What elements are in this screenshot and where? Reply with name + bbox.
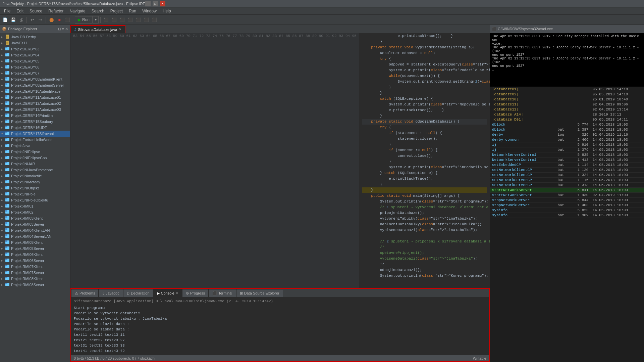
toolbar-btn-g[interactable]: ⬛	[151, 16, 158, 24]
tree-item[interactable]: ▸ProjektRMI08Server	[0, 282, 70, 288]
menu-refactor[interactable]: Refactor	[46, 8, 66, 14]
tree-item[interactable]: ▸ProjektRMI05Klient	[0, 239, 70, 245]
file-table-row[interactable]: NetworkServerControl 5 835 14.05.2018 18…	[490, 152, 644, 157]
file-table-row[interactable]: NetworkServerControl bat 1 413 14.05.201…	[490, 157, 644, 163]
tree-item[interactable]: ▸ProjektDERBY15Soubory	[0, 119, 70, 125]
file-table-row[interactable]: startNetworkServer 5 841 14.05.2018 18:0…	[490, 188, 644, 193]
bottom-tab-console[interactable]: ▶ Console ✕	[153, 289, 182, 297]
tree-item[interactable]: ▸ProjektRMI08Klient	[0, 276, 70, 282]
tree-item[interactable]: ▸ProjektRMI03Server	[0, 221, 70, 227]
tree-item[interactable]: ▸ProjektDERBY08EmbendKlient	[0, 76, 70, 82]
tree-item[interactable]: ▸ProjektDERBY05	[0, 58, 70, 64]
tree-item[interactable]: ▸ProjektJNIEclipse	[0, 149, 70, 155]
menu-project[interactable]: Project	[108, 8, 125, 14]
tree-item[interactable]: ▸ProjektRMI07Server	[0, 270, 70, 276]
file-table-row[interactable]: [databaze11] 02.04.2019 09:06	[490, 102, 644, 107]
tree-item[interactable]: ▸ProjektJNIMetody	[0, 179, 70, 185]
pkg-collapse-btn[interactable]: ⊟	[58, 27, 61, 31]
tree-item[interactable]: ▸ProjektRMI06Server	[0, 258, 70, 264]
maximize-button[interactable]: □	[153, 1, 158, 6]
menu-help[interactable]: Help	[160, 8, 174, 14]
bottom-tab-terminal[interactable]: ⬛ Terminal	[209, 289, 236, 297]
tree-item[interactable]: ▸ProjektJNIObjekt	[0, 185, 70, 191]
tree-item[interactable]: ▸ProjektJNIEclipseCpp	[0, 155, 70, 161]
menu-window[interactable]: Window	[140, 8, 159, 14]
tree-item[interactable]: ▸ProjektDERBY03	[0, 46, 70, 52]
run-button[interactable]: ▶ Run	[75, 16, 93, 24]
minimize-button[interactable]: —	[145, 1, 151, 6]
toolbar-btn-f[interactable]: ⬛	[143, 16, 150, 24]
new-button[interactable]: 📄	[1, 16, 9, 24]
menu-file[interactable]: File	[1, 8, 13, 14]
print-button[interactable]: 🖨	[17, 16, 25, 24]
bottom-tab-progress[interactable]: ⊙ Progress	[182, 289, 209, 297]
code-content[interactable]: e.printStackTrace(); } } private static …	[360, 33, 490, 288]
tree-item[interactable]: ▸ProjektRMI07Klient	[0, 264, 70, 270]
toolbar-btn-e[interactable]: ⬛	[135, 16, 142, 24]
step-over-button[interactable]: ⬛	[64, 16, 71, 24]
file-table-row[interactable]: ij 5 910 14.05.2018 18:03	[490, 142, 644, 147]
save-button[interactable]: 💾	[9, 16, 17, 24]
tree-item[interactable]: ▸ProjektDERBY08EmbendServer	[0, 82, 70, 88]
tree-item[interactable]: ▸ProjektRMI05Server	[0, 245, 70, 252]
file-table-row[interactable]: derby log 329 02.04.2019 11:16	[490, 132, 644, 137]
tree-item[interactable]: ▸ProjektDERBY12Autorizace02	[0, 100, 70, 106]
file-table-row[interactable]: ij bat 1 379 14.05.2018 18:03	[490, 147, 644, 152]
tree-item[interactable]: ▸ProjektDERBY11Autorizace01	[0, 94, 70, 100]
tree-item[interactable]: ▾ProjektDERBY17Sifrovani	[0, 131, 70, 137]
tree-item[interactable]: ▸ProjektJNIJavaPromenne	[0, 167, 70, 173]
tree-item[interactable]: ▸ProjektJNIJAR	[0, 161, 70, 167]
file-table-row[interactable]: [databaze12] 02.04.2019 13:14	[490, 107, 644, 112]
menu-run[interactable]: Run	[126, 8, 139, 14]
file-table-row[interactable]: dblock bat 1 387 14.05.2018 18:03	[490, 127, 644, 132]
redo-button[interactable]: ↪	[37, 16, 44, 24]
close-button[interactable]: ✕	[160, 1, 165, 6]
file-table-row[interactable]: sysinfo 5 823 14.05.2018 18:03	[490, 208, 644, 213]
toolbar-btn-c[interactable]: ⬛	[118, 16, 126, 24]
tree-item[interactable]: ▸ProjektDERBY04	[0, 52, 70, 58]
editor-tab-main[interactable]: J SifrovanaDatabaze.java ✕	[70, 25, 125, 33]
toolbar-btn-d[interactable]: ⬛	[126, 16, 134, 24]
pkg-close-btn[interactable]: ✕	[65, 27, 68, 31]
file-table-row[interactable]: [databaze10] 25.01.2019 10:40	[490, 97, 644, 102]
toolbar-btn-a[interactable]: ⬛	[102, 16, 110, 24]
tree-item[interactable]: ▸ProjektDERBY13Autorizace03	[0, 106, 70, 112]
tree-item[interactable]: ▸JavaFX11	[0, 40, 70, 46]
tree-item[interactable]: ▸ProjektJNIPoleObjektu	[0, 197, 70, 203]
file-table-row[interactable]: [databaze01] 05.05.2018 14:10	[490, 87, 644, 92]
file-table-row[interactable]: stopNetworkServer 5 844 14.05.2018 18:03	[490, 198, 644, 203]
editor-tab-close[interactable]: ✕	[119, 28, 121, 31]
file-table-row[interactable]: setEmbeddedCP bat 1 114 14.05.2018 18:03	[490, 163, 644, 168]
file-table-row[interactable]: dblock 5 774 14.05.2018 18:03	[490, 122, 644, 127]
file-table-row[interactable]: setNetworkServerCP bat 1 116 14.05.2018 …	[490, 178, 644, 183]
tree-item[interactable]: ▸ProjektRMI04ServerLAN	[0, 233, 70, 239]
debug-button[interactable]: ⬤	[48, 16, 55, 24]
file-table-row[interactable]: [databaze02] 05.05.2018 14:10	[490, 92, 644, 97]
tree-item[interactable]: ▸ProjektDERBY10Autentifikace	[0, 88, 70, 94]
tree-item[interactable]: ▸ProjektDERBY16UDT	[0, 125, 70, 131]
stop-button[interactable]: ■	[56, 16, 63, 24]
bottom-tab-declaration[interactable]: D Declaration	[123, 289, 153, 297]
tree-item[interactable]: ▸ProjektJNImakefile	[0, 173, 70, 179]
file-table-row[interactable]: stopNetworkServer bat 1 403 14.05.2018 1…	[490, 203, 644, 208]
bottom-tab-problems[interactable]: ⚠ Problems	[71, 289, 99, 297]
toolbar-btn-b[interactable]: ⬛	[110, 16, 118, 24]
pkg-menu-btn[interactable]: ▾	[62, 27, 64, 31]
tree-item[interactable]: ▸ProjektRMI01	[0, 203, 70, 209]
file-table-row[interactable]: setNetworkClientCP bat 1 324 14.05.2018 …	[490, 173, 644, 178]
menu-edit[interactable]: Edit	[14, 8, 26, 14]
tree-item[interactable]: ▸ProjektJava	[0, 143, 70, 149]
tree-item[interactable]: ▸ProjektDERBY14Primitimi	[0, 112, 70, 119]
tab-close-btn[interactable]: ✕	[176, 291, 178, 295]
run-dropdown[interactable]: ▾	[93, 16, 99, 24]
file-table-row[interactable]: startNetworkServer bat 1 430 02.04.2019 …	[490, 193, 644, 198]
menu-navigate[interactable]: Navigate	[67, 8, 88, 14]
tree-item[interactable]: ▸ProjektRMI03Klient	[0, 215, 70, 221]
file-table-row[interactable]: setNetworkServerCP bat 1 313 14.05.2018 …	[490, 183, 644, 188]
menu-source[interactable]: Source	[27, 8, 45, 14]
file-table-row[interactable]: [databaze A14] 28.2019 13:11	[490, 112, 644, 117]
bottom-tab-data-source-explorer[interactable]: ⊞ Data Source Explorer	[236, 289, 283, 297]
tree-item[interactable]: ▸ProjektDERBY06	[0, 64, 70, 70]
file-table-row[interactable]: setNetworkClientCP bat 1 120 14.05.2018 …	[490, 168, 644, 173]
tree-item[interactable]: ▸ProjektDERBY07	[0, 70, 70, 76]
